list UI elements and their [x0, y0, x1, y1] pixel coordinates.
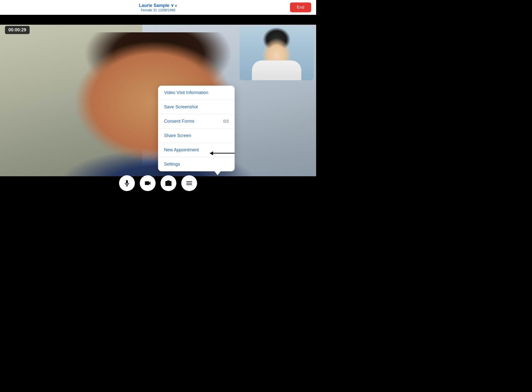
- video-area: 00:00:29 Video Visit Information Save Sc…: [0, 15, 316, 196]
- menu-item-consent-forms-label: Consent Forms: [164, 119, 194, 124]
- flip-camera-icon: [165, 179, 172, 187]
- camera-icon: [144, 179, 151, 187]
- menu-item-save-screenshot[interactable]: Save Screenshot: [158, 100, 235, 114]
- doctor-coat: [252, 60, 301, 80]
- call-timer: 00:00:29: [5, 26, 30, 34]
- menu-icon: [185, 179, 193, 187]
- new-appointment-arrow-container: [210, 153, 235, 154]
- controls-bar: [119, 175, 197, 191]
- arrow-head: [210, 151, 213, 155]
- menu-button[interactable]: [181, 175, 197, 191]
- menu-item-video-visit-label: Video Visit Information: [164, 90, 208, 95]
- arrow-indicator: [210, 153, 235, 154]
- patient-info: Laurie Sample ∨ Female 31 12/08/1990: [139, 3, 177, 12]
- context-menu: Video Visit Information Save Screenshot …: [158, 86, 235, 171]
- doctor-pip-video: [240, 26, 314, 80]
- menu-item-settings[interactable]: Settings: [158, 157, 235, 171]
- consent-forms-badge: 0/3: [223, 119, 229, 124]
- menu-item-new-appointment[interactable]: New Appointment: [158, 143, 235, 157]
- menu-item-settings-label: Settings: [164, 162, 180, 167]
- flip-camera-button[interactable]: [161, 175, 176, 191]
- microphone-icon: [123, 179, 131, 187]
- end-button[interactable]: End: [290, 2, 311, 12]
- doctor-video-bg: [240, 26, 314, 80]
- camera-button[interactable]: [140, 175, 156, 191]
- menu-item-share-screen[interactable]: Share Screen: [158, 129, 235, 143]
- arrow-body: [210, 153, 235, 154]
- patient-details: Female 31 12/08/1990: [139, 8, 177, 12]
- menu-item-video-visit[interactable]: Video Visit Information: [158, 86, 235, 100]
- microphone-button[interactable]: [119, 175, 135, 191]
- menu-item-new-appointment-label: New Appointment: [164, 147, 199, 153]
- menu-item-save-screenshot-label: Save Screenshot: [164, 104, 198, 110]
- patient-name[interactable]: Laurie Sample ∨: [139, 3, 177, 8]
- menu-item-share-screen-label: Share Screen: [164, 133, 191, 138]
- header: Laurie Sample ∨ Female 31 12/08/1990 End: [0, 0, 316, 15]
- menu-item-consent-forms[interactable]: Consent Forms 0/3: [158, 114, 235, 129]
- black-bar-top: [0, 15, 316, 25]
